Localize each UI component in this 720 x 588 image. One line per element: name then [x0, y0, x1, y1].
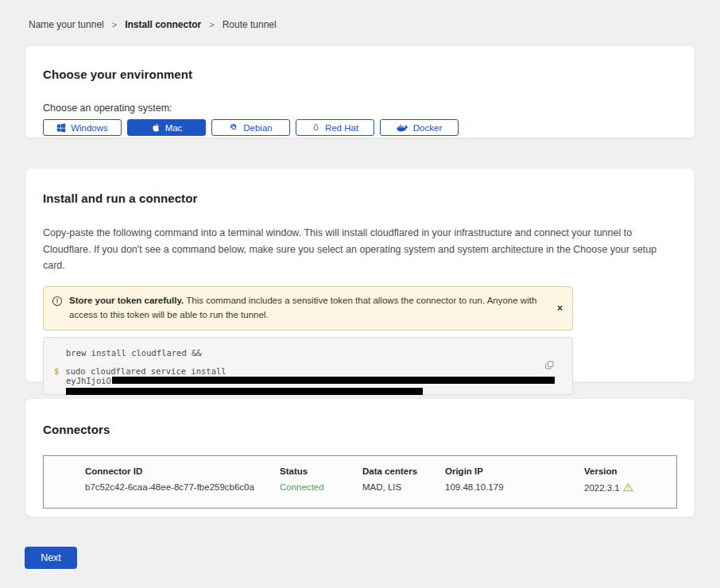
install-connector-card: Install and run a connector Copy-paste t…: [25, 168, 695, 382]
docker-icon: [397, 123, 408, 132]
column-header-data-centers: Data centers: [362, 466, 445, 476]
copy-icon[interactable]: [544, 360, 555, 373]
token-warning-text: Store your token carefully. This command…: [69, 294, 563, 323]
os-button-label: Docker: [413, 123, 442, 133]
connectors-card: Connectors Connector ID Status Data cent…: [25, 398, 695, 517]
environment-card-title: Choose your environment: [43, 68, 677, 81]
token-warning-banner: Store your token carefully. This command…: [43, 286, 573, 331]
column-header-status: Status: [280, 466, 362, 476]
windows-icon: [56, 123, 66, 133]
debian-icon: [229, 123, 238, 133]
environment-card: Choose your environment Choose an operat…: [25, 45, 695, 138]
code-command-text: sudo cloudflared service install: [65, 366, 226, 376]
breadcrumb-separator: >: [112, 20, 117, 29]
code-line-sudo: $ sudo cloudflared service install: [54, 366, 561, 376]
page: Name your tunnel > Install connector > R…: [0, 0, 720, 517]
connector-data-centers-cell: MAD, LIS: [362, 482, 445, 493]
column-header-version: Version: [584, 466, 676, 476]
apple-icon: [151, 122, 161, 133]
os-button-label: Red Hat: [325, 123, 358, 133]
redacted-token-bar: [66, 388, 423, 395]
code-line-token: eyJhIjoiO: [66, 376, 561, 385]
install-command-code-block: brew install cloudflared && $ sudo cloud…: [43, 337, 573, 395]
connector-version-cell: 2022.3.1: [584, 482, 676, 493]
token-warning-title: Store your token carefully.: [69, 296, 184, 305]
connector-id-cell: b7c52c42-6caa-48ee-8c77-fbe259cb6c0a: [85, 482, 280, 493]
connectors-table: Connector ID Status Data centers Origin …: [43, 455, 677, 509]
close-icon[interactable]: ×: [557, 304, 563, 313]
os-button-label: Debian: [243, 123, 272, 133]
warning-triangle-icon[interactable]: [623, 482, 633, 493]
breadcrumb-item-route-tunnel[interactable]: Route tunnel: [223, 19, 277, 30]
os-button-windows[interactable]: Windows: [43, 119, 122, 136]
breadcrumb-item-name-tunnel[interactable]: Name your tunnel: [29, 19, 104, 30]
os-button-mac[interactable]: Mac: [127, 119, 206, 136]
install-card-title: Install and run a connector: [43, 191, 677, 205]
column-header-connector-id: Connector ID: [85, 466, 280, 476]
os-button-redhat[interactable]: Red Hat: [296, 119, 374, 136]
breadcrumb-item-install-connector[interactable]: Install connector: [125, 19, 201, 30]
code-line-token-2: [54, 385, 561, 397]
os-select-label: Choose an operating system:: [43, 103, 677, 114]
connectors-card-title: Connectors: [43, 423, 677, 436]
install-description: Copy-paste the following command into a …: [43, 225, 677, 274]
os-button-docker[interactable]: Docker: [380, 119, 459, 136]
redhat-icon: [312, 122, 320, 133]
alert-circle-icon: [52, 296, 63, 310]
next-button[interactable]: Next: [25, 547, 77, 569]
os-button-debian[interactable]: Debian: [211, 119, 290, 136]
code-line-brew: brew install cloudflared &&: [66, 348, 561, 358]
connector-status-cell: Connected: [280, 482, 362, 493]
connector-version-text: 2022.3.1: [584, 483, 620, 493]
os-button-label: Mac: [165, 123, 183, 133]
os-button-label: Windows: [71, 123, 108, 133]
shell-prompt: $: [54, 366, 59, 376]
column-header-origin-ip: Origin IP: [445, 466, 584, 476]
connector-origin-ip-cell: 109.48.10.179: [445, 482, 584, 493]
redacted-token-bar: [112, 377, 555, 384]
token-prefix-text: eyJhIjoiO: [66, 376, 111, 385]
breadcrumb: Name your tunnel > Install connector > R…: [25, 0, 695, 30]
os-button-group: Windows Mac Debian Red Hat: [43, 119, 677, 136]
breadcrumb-separator: >: [209, 20, 214, 29]
